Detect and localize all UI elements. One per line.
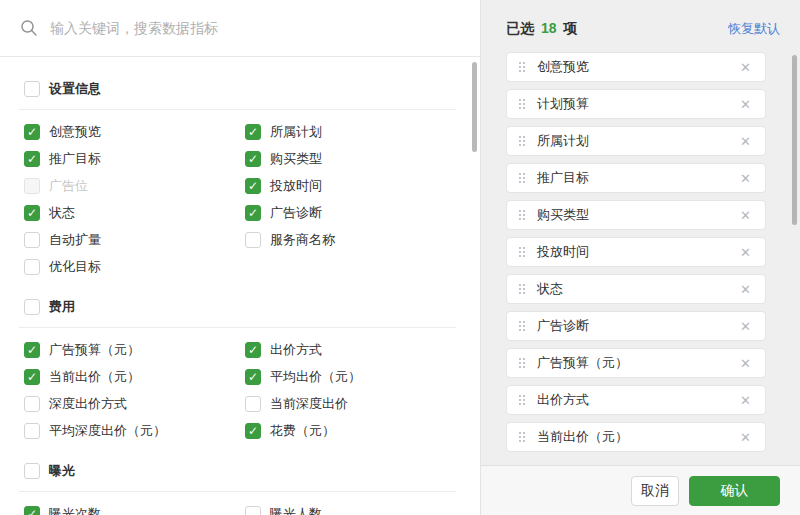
selected-item-card[interactable]: 出价方式 ✕ <box>506 385 766 415</box>
remove-item-icon[interactable]: ✕ <box>738 392 753 409</box>
metric-checkbox[interactable] <box>24 342 40 358</box>
metric-checkbox[interactable] <box>245 151 261 167</box>
metric-checkbox-row[interactable]: 花费（元） <box>245 423 456 439</box>
remove-item-icon[interactable]: ✕ <box>738 281 753 298</box>
metric-label: 投放时间 <box>270 177 322 195</box>
metric-checkbox[interactable] <box>245 506 261 515</box>
selected-item-label: 当前出价（元） <box>537 428 628 446</box>
selected-count: 已选 18 项 <box>506 20 577 38</box>
drag-handle-icon[interactable] <box>519 173 525 183</box>
drag-handle-icon[interactable] <box>519 284 525 294</box>
metric-checkbox[interactable] <box>245 232 261 248</box>
metric-checkbox-row[interactable]: 曝光次数 <box>24 506 235 515</box>
metric-checkbox[interactable] <box>24 232 40 248</box>
section-select-all-checkbox[interactable] <box>24 463 40 479</box>
search-bar <box>0 0 480 57</box>
metric-checkbox-row[interactable]: 平均深度出价（元） <box>24 423 235 439</box>
selected-item-card[interactable]: 投放时间 ✕ <box>506 237 766 267</box>
metric-checkbox-row[interactable]: 服务商名称 <box>245 232 456 248</box>
drag-handle-icon[interactable] <box>519 321 525 331</box>
selected-item-card[interactable]: 当前出价（元） ✕ <box>506 422 766 452</box>
remove-item-icon[interactable]: ✕ <box>738 355 753 372</box>
metric-label: 曝光人数 <box>270 505 322 515</box>
selected-item-label: 投放时间 <box>537 243 589 261</box>
metric-checkbox-row[interactable]: 推广目标 <box>24 151 235 167</box>
metric-checkbox-row[interactable]: 购买类型 <box>245 151 456 167</box>
selected-item-card[interactable]: 计划预算 ✕ <box>506 89 766 119</box>
restore-default-link[interactable]: 恢复默认 <box>728 20 780 38</box>
selected-item-card[interactable]: 推广目标 ✕ <box>506 163 766 193</box>
left-scrollbar-thumb[interactable] <box>472 62 477 152</box>
metric-checkbox-row[interactable]: 当前深度出价 <box>245 396 456 412</box>
metric-label: 出价方式 <box>270 341 322 359</box>
metric-checkbox[interactable] <box>245 205 261 221</box>
metric-section: 曝光 曝光次数 曝光人数 <box>24 462 456 515</box>
metric-checkbox[interactable] <box>245 342 261 358</box>
metric-label: 当前深度出价 <box>270 395 348 413</box>
metric-checkbox-row[interactable]: 所属计划 <box>245 124 456 140</box>
remove-item-icon[interactable]: ✕ <box>738 96 753 113</box>
remove-item-icon[interactable]: ✕ <box>738 59 753 76</box>
metric-checkbox[interactable] <box>24 369 40 385</box>
section-select-all-checkbox[interactable] <box>24 81 40 97</box>
dialog-footer: 取消 确认 <box>481 465 800 515</box>
metric-checkbox-row[interactable]: 当前出价（元） <box>24 369 235 385</box>
metric-checkbox[interactable] <box>24 423 40 439</box>
drag-handle-icon[interactable] <box>519 395 525 405</box>
metric-checkbox-row[interactable]: 优化目标 <box>24 259 235 275</box>
metric-checkbox[interactable] <box>245 178 261 194</box>
remove-item-icon[interactable]: ✕ <box>738 318 753 335</box>
selected-item-card[interactable]: 创意预览 ✕ <box>506 52 766 82</box>
remove-item-icon[interactable]: ✕ <box>738 207 753 224</box>
selected-item-card[interactable]: 广告预算（元） ✕ <box>506 348 766 378</box>
selected-count-number: 18 <box>541 20 557 36</box>
remove-item-icon[interactable]: ✕ <box>738 133 753 150</box>
metric-checkbox-row[interactable]: 创意预览 <box>24 124 235 140</box>
metric-checkbox[interactable] <box>24 396 40 412</box>
metric-checkbox[interactable] <box>24 151 40 167</box>
section-header: 曝光 <box>24 462 456 480</box>
selected-item-label: 创意预览 <box>537 58 589 76</box>
drag-handle-icon[interactable] <box>519 358 525 368</box>
metric-checkbox[interactable] <box>245 369 261 385</box>
remove-item-icon[interactable]: ✕ <box>738 429 753 446</box>
right-scrollbar-thumb[interactable] <box>792 55 797 225</box>
metric-label: 推广目标 <box>49 150 101 168</box>
selected-item-card[interactable]: 所属计划 ✕ <box>506 126 766 156</box>
selected-item-label: 广告诊断 <box>537 317 589 335</box>
drag-handle-icon[interactable] <box>519 432 525 442</box>
selected-item-card[interactable]: 广告诊断 ✕ <box>506 311 766 341</box>
metric-label: 购买类型 <box>270 150 322 168</box>
metric-checkbox-row[interactable]: 投放时间 <box>245 178 456 194</box>
metric-checkbox-row[interactable]: 出价方式 <box>245 342 456 358</box>
metric-label: 优化目标 <box>49 258 101 276</box>
metric-checkbox-row[interactable]: 广告预算（元） <box>24 342 235 358</box>
drag-handle-icon[interactable] <box>519 62 525 72</box>
selected-item-card[interactable]: 状态 ✕ <box>506 274 766 304</box>
section-select-all-checkbox[interactable] <box>24 299 40 315</box>
metric-checkbox[interactable] <box>24 506 40 515</box>
remove-item-icon[interactable]: ✕ <box>738 170 753 187</box>
metric-checkbox[interactable] <box>24 124 40 140</box>
metric-checkbox-row[interactable]: 曝光人数 <box>245 506 456 515</box>
cancel-button[interactable]: 取消 <box>631 476 679 506</box>
drag-handle-icon[interactable] <box>519 210 525 220</box>
selected-list: 创意预览 ✕ 计划预算 ✕ 所属计划 ✕ 推广目标 ✕ 购买类型 ✕ 投放时间 <box>481 38 800 452</box>
metric-checkbox-row[interactable]: 状态 <box>24 205 235 221</box>
metric-checkbox-row[interactable]: 深度出价方式 <box>24 396 235 412</box>
metric-checkbox[interactable] <box>24 259 40 275</box>
metric-checkbox[interactable] <box>245 396 261 412</box>
drag-handle-icon[interactable] <box>519 136 525 146</box>
metric-checkbox-row[interactable]: 广告诊断 <box>245 205 456 221</box>
remove-item-icon[interactable]: ✕ <box>738 244 753 261</box>
metric-checkbox-row[interactable]: 平均出价（元） <box>245 369 456 385</box>
search-input[interactable] <box>50 20 460 36</box>
metric-checkbox[interactable] <box>24 205 40 221</box>
drag-handle-icon[interactable] <box>519 247 525 257</box>
confirm-button[interactable]: 确认 <box>689 476 780 506</box>
metric-checkbox[interactable] <box>245 423 261 439</box>
metric-checkbox[interactable] <box>245 124 261 140</box>
drag-handle-icon[interactable] <box>519 99 525 109</box>
metric-checkbox-row[interactable]: 自动扩量 <box>24 232 235 248</box>
selected-item-card[interactable]: 购买类型 ✕ <box>506 200 766 230</box>
